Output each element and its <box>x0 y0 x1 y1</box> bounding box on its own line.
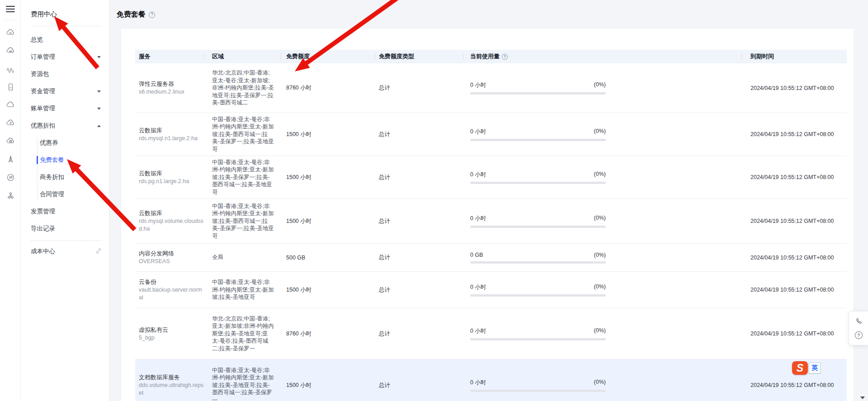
quota-type-cell: 总计 <box>375 84 464 92</box>
table-row[interactable]: 云数据库rds.pg.n1.large.2.ha中国-香港;亚太-曼谷;非洲-约… <box>135 156 847 199</box>
sidebar-item-order-management[interactable]: 订单管理 <box>21 48 109 66</box>
device-cloud-icon[interactable] <box>0 78 21 96</box>
rail-divider <box>5 20 16 20</box>
ip-circle-icon[interactable] <box>0 168 21 186</box>
usage-percent: (0%) <box>594 215 606 222</box>
region-cell: 中国-香港;亚太-曼谷;非洲-约翰内斯堡;亚太-新加坡;拉美-墨西哥城一;拉美-… <box>205 116 281 153</box>
sidebar-item-bill-management[interactable]: 账单管理 <box>21 100 109 117</box>
corner-scroll-caret-icon[interactable] <box>860 396 865 399</box>
table-row[interactable]: 云备份vault.backup.server.normal中国-香港;亚太-曼谷… <box>135 272 847 308</box>
sidebar-subnav: 优惠券免费套餐商务折扣合同管理 <box>21 134 109 203</box>
table-row[interactable]: 虚拟私有云5_bgp华北-北京四;中国-香港;亚太-新加坡;非洲-约翰内斯堡;拉… <box>135 308 847 359</box>
usage-box: 0 小时(0%) <box>470 81 606 94</box>
quota-type-cell: 总计 <box>375 131 464 138</box>
sidebar-item-label: 资金管理 <box>31 87 55 95</box>
table-header: 服务区域免费额度免费额度类型当前使用量?到期时间 <box>135 50 847 63</box>
service-name: 云数据库 <box>139 170 205 178</box>
column-header-label: 服务 <box>139 52 151 61</box>
usage-percent: (0%) <box>594 252 606 258</box>
column-header-label: 免费额度 <box>286 52 310 61</box>
cloud-clock-icon[interactable] <box>0 132 21 150</box>
ime-badge[interactable]: S 英 <box>792 361 821 375</box>
usage-box: 0 小时(0%) <box>470 283 606 297</box>
help-glyph: ? <box>855 331 863 339</box>
service-cell: 弹性云服务器s6.medium.2.linux <box>135 80 205 96</box>
chevron-down-icon <box>97 56 101 58</box>
page-help-icon[interactable]: ? <box>149 12 155 18</box>
sidebar-item-free-packages[interactable]: 免费套餐 <box>21 151 109 169</box>
cloud-server-icon[interactable] <box>0 24 21 42</box>
sidebar-item-resource-packages[interactable]: 资源包 <box>21 66 109 83</box>
service-name: 文档数据库服务 <box>139 373 205 382</box>
usage-cell: 0 小时(0%) <box>464 327 742 340</box>
service-name: 内容分发网络 <box>139 250 205 258</box>
usage-line: 0 小时(0%) <box>470 81 606 89</box>
usage-box: 0 小时(0%) <box>470 327 606 340</box>
usage-cell: 0 小时(0%) <box>464 171 742 184</box>
sidebar-item-label: 资源包 <box>31 70 49 78</box>
service-cell: 云数据库rds.mysql.n1.large.2.ha <box>135 127 205 142</box>
sidebar-item-contract-management[interactable]: 合同管理 <box>21 186 109 203</box>
table-row[interactable]: 内容分发网络OVERSEAS全局500 GB总计0 GB(0%)2024/04/… <box>135 244 847 272</box>
table-row[interactable]: 云数据库rds.mysql.n1.large.2.ha中国-香港;亚太-曼谷;非… <box>135 113 847 156</box>
help-icon[interactable]: ? <box>854 331 863 340</box>
usage-box: 0 GB(0%) <box>470 252 606 264</box>
usage-help-icon[interactable]: ? <box>502 54 508 60</box>
usage-value: 0 小时 <box>470 327 486 335</box>
quota-cell: 1500 小时 <box>281 286 375 294</box>
column-header-region: 区域 <box>205 50 281 63</box>
usage-box: 0 小时(0%) <box>470 379 606 392</box>
column-header-label: 到期时间 <box>750 52 774 61</box>
usage-line: 0 GB(0%) <box>470 252 606 258</box>
table-row[interactable]: 云数据库rds.mysql.volume.cloudssd.ha中国-香港;亚太… <box>135 199 847 244</box>
waves-icon[interactable] <box>0 60 21 78</box>
sidebar-dotted-divider <box>31 241 102 241</box>
sidebar-item-overview[interactable]: 总览 <box>21 31 109 48</box>
sidebar-item-coupons[interactable]: 优惠券 <box>21 134 109 151</box>
sidebar-item-label: 导出记录 <box>31 225 55 233</box>
usage-box: 0 小时(0%) <box>470 215 606 228</box>
usage-value: 0 小时 <box>470 171 486 179</box>
column-header-label: 免费额度类型 <box>379 52 414 61</box>
expire-cell: 2024/04/19 10:55:12 GMT+08:00 <box>742 255 847 261</box>
usage-line: 0 小时(0%) <box>470 379 606 387</box>
sidebar-item-commercial-discounts[interactable]: 商务折扣 <box>21 169 109 186</box>
column-header-label: 当前使用量 <box>470 52 500 61</box>
region-cell: 华北-北京四;中国-香港;亚太-曼谷;亚太-新加坡;非洲-约翰内斯堡;拉美-圣地… <box>205 69 281 107</box>
table-row[interactable]: 文档数据库服务dds.volume.ultrahigh.repset中国-香港;… <box>135 359 847 401</box>
sidebar-item-export-records[interactable]: 导出记录 <box>21 220 109 237</box>
table-row[interactable]: 弹性云服务器s6.medium.2.linux华北-北京四;中国-香港;亚太-曼… <box>135 63 847 113</box>
hamburger-menu-icon[interactable] <box>6 6 15 13</box>
usage-percent: (0%) <box>594 283 606 291</box>
cloud-icon[interactable] <box>0 96 21 114</box>
cloud-upload-icon[interactable] <box>0 114 21 132</box>
service-name: 云备份 <box>139 278 205 286</box>
free-packages-table: 服务区域免费额度免费额度类型当前使用量?到期时间 弹性云服务器s6.medium… <box>135 50 847 401</box>
cloud-console-icon[interactable] <box>0 42 21 60</box>
expire-cell: 2024/04/19 10:55:12 GMT+08:00 <box>742 330 847 337</box>
service-cell: 虚拟私有云5_bgp <box>135 326 205 342</box>
rail-icons <box>0 24 21 204</box>
sidebar-item-label: 免费套餐 <box>40 156 64 164</box>
sidebar-title: 费用中心 <box>21 0 109 19</box>
chevron-down-icon <box>97 108 101 110</box>
sidebar-item-discounts[interactable]: 优惠折扣 <box>21 117 109 134</box>
content-card: 服务区域免费额度免费额度类型当前使用量?到期时间 弹性云服务器s6.medium… <box>121 29 854 401</box>
paper-plane-icon[interactable] <box>0 150 21 168</box>
usage-progress-bar <box>470 338 606 340</box>
usage-value: 0 小时 <box>470 283 486 291</box>
sidebar-nav-secondary: 发票管理导出记录 <box>21 203 109 237</box>
quota-cell: 1500 小时 <box>281 382 375 389</box>
sidebar-item-label: 订单管理 <box>31 53 55 61</box>
quota-cell: 1500 小时 <box>281 131 375 138</box>
quota-cell: 500 GB <box>281 255 375 261</box>
usage-percent: (0%) <box>594 379 606 387</box>
sidebar-item-invoice-management[interactable]: 发票管理 <box>21 203 109 220</box>
sidebar-item-funds-management[interactable]: 资金管理 <box>21 83 109 100</box>
sidebar-item-label: 合同管理 <box>40 190 64 198</box>
share-nodes-icon[interactable] <box>0 186 21 204</box>
phone-icon[interactable] <box>854 317 863 326</box>
expire-cell: 2024/04/19 10:55:12 GMT+08:00 <box>742 131 847 137</box>
usage-cell: 0 小时(0%) <box>464 215 742 228</box>
sidebar-item-cost-center[interactable]: 成本中心 <box>21 243 109 259</box>
